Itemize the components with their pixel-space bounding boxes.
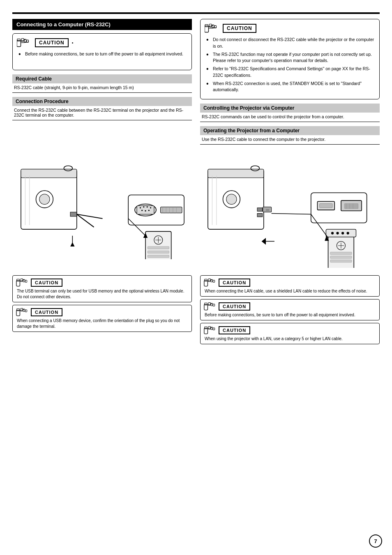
svg-rect-1 <box>17 39 21 41</box>
right-diagram <box>199 152 380 269</box>
bottom-right-caution2-text: Before making connections, be sure to tu… <box>204 312 376 318</box>
bottom-left-caution1-header: CAUTION <box>16 278 188 288</box>
svg-rect-104 <box>205 303 208 305</box>
caution-hand-icon3 <box>204 278 219 288</box>
left-section-text2: Connect the RS-232C cable between the RS… <box>12 107 192 120</box>
svg-rect-110 <box>205 327 208 329</box>
right-main-caution-box: CAUTION • Do not connect or disconnect t… <box>200 19 380 99</box>
top-two-col: Connecting to a Computer (RS-232C) CAUTI… <box>12 19 380 148</box>
svg-point-31 <box>141 210 143 211</box>
right-caution-hand-icon <box>205 23 220 34</box>
svg-point-17 <box>39 194 50 204</box>
svg-rect-92 <box>17 309 20 311</box>
right-section-text2: Use the RS-232C cable to connect the com… <box>200 136 380 145</box>
svg-rect-7 <box>205 25 208 27</box>
bottom-left-caution2-text: When connecting a USB memory device, con… <box>16 318 188 329</box>
bullet-icon: • <box>206 37 211 43</box>
bottom-right-caution3: CAUTION When using the projector with a … <box>200 323 380 344</box>
left-section-header2: Connection Procedure <box>12 97 192 106</box>
left-diagram <box>12 152 193 260</box>
svg-rect-86 <box>17 279 20 281</box>
right-caution-bullet3: Refer to "RS-232C Specifications and Com… <box>213 66 375 79</box>
svg-rect-62 <box>320 203 332 207</box>
svg-rect-64 <box>344 203 358 209</box>
diagram-area <box>12 152 380 269</box>
top-rule <box>12 12 380 14</box>
right-caution-bullet2: The RS-232C function may not operate if … <box>213 51 375 64</box>
right-column: CAUTION • Do not connect or disconnect t… <box>200 19 380 148</box>
page-number: 7 <box>369 534 382 548</box>
svg-rect-100 <box>208 279 210 282</box>
svg-rect-45 <box>148 251 169 253</box>
bottom-right-caution3-text: When using the projector with a LAN, use… <box>204 336 376 342</box>
caution-hand-icon2 <box>16 307 31 317</box>
svg-point-27 <box>140 207 141 208</box>
svg-rect-50 <box>208 169 264 178</box>
right-caution-text: • Do not connect or disconnect the RS-23… <box>205 37 375 93</box>
svg-rect-46 <box>148 255 169 258</box>
left-section-text1: RS-232C cable (straight, 9-pin to 9-pin,… <box>12 84 192 93</box>
right-section-header2: Operating the Projector from a Computer <box>200 126 380 135</box>
bottom-left-caution1: CAUTION The USB terminal can only be use… <box>12 275 192 302</box>
bottom-right-caution2: CAUTION Before making connections, be su… <box>200 299 380 320</box>
bottom-left-caution2-header: CAUTION <box>16 307 188 317</box>
bottom-right-col: CAUTION When connecting the LAN cable, u… <box>200 275 380 347</box>
svg-rect-34 <box>161 207 182 213</box>
bottom-right-caution3-header: CAUTION <box>204 325 376 335</box>
bottom-right-caution3-label: CAUTION <box>219 326 250 334</box>
svg-rect-70 <box>328 236 354 268</box>
left-caution-inline-text: • <box>72 40 74 45</box>
svg-rect-80 <box>330 256 352 258</box>
svg-rect-98 <box>205 279 208 281</box>
left-caution-label: CAUTION <box>35 38 69 47</box>
svg-point-32 <box>145 210 146 212</box>
bottom-right-caution1-header: CAUTION <box>204 278 376 288</box>
right-section-text1: RS-232C commands can be used to control … <box>200 113 380 122</box>
bullet-icon: • <box>18 51 23 58</box>
svg-rect-96 <box>25 310 27 312</box>
bottom-right-caution1: CAUTION When connecting the LAN cable, u… <box>200 275 380 297</box>
caution-hand-icon4 <box>204 302 219 311</box>
left-main-caution-box: CAUTION • • Before making connections, b… <box>12 33 192 70</box>
left-diagram-svg <box>12 152 193 259</box>
svg-point-75 <box>347 232 349 234</box>
left-section-header1: Required Cable <box>12 74 192 83</box>
bottom-cautions-row: CAUTION The USB terminal can only be use… <box>12 275 380 347</box>
svg-line-21 <box>77 214 94 227</box>
page-container: Connecting to a Computer (RS-232C) CAUTI… <box>0 0 392 555</box>
bottom-left-caution2: CAUTION When connecting a USB memory dev… <box>12 305 192 332</box>
bullet-icon: • <box>206 66 211 72</box>
svg-rect-44 <box>148 246 169 249</box>
svg-point-72 <box>331 232 334 234</box>
right-caution-bullet4: When RS-232C connection is used, the STA… <box>213 81 375 94</box>
left-caution-text: • Before making connections, be sure to … <box>17 51 187 58</box>
svg-rect-56 <box>257 208 263 211</box>
svg-rect-26 <box>137 206 154 214</box>
bottom-left-caution1-label: CAUTION <box>31 279 62 287</box>
svg-rect-108 <box>213 304 214 306</box>
svg-rect-81 <box>330 260 352 262</box>
svg-marker-68 <box>262 238 266 245</box>
svg-rect-114 <box>213 328 214 330</box>
svg-rect-57 <box>257 213 263 216</box>
svg-rect-3 <box>21 39 24 42</box>
left-caution-bullet1: Before making connections, be sure to tu… <box>25 51 183 58</box>
svg-rect-90 <box>25 280 27 282</box>
right-section-header1: Controlling the Projector via Computer <box>200 104 380 113</box>
svg-rect-88 <box>21 279 23 282</box>
right-diagram-svg <box>199 152 380 268</box>
svg-point-54 <box>226 194 237 204</box>
bottom-right-caution1-text: When connecting the LAN cable, use a shi… <box>204 288 376 294</box>
svg-point-73 <box>336 232 339 234</box>
svg-rect-94 <box>21 309 23 311</box>
caution-hand-icon5 <box>204 325 219 335</box>
bullet-icon: • <box>206 81 211 87</box>
svg-rect-106 <box>208 303 210 306</box>
bottom-right-caution2-header: CAUTION <box>204 302 376 311</box>
svg-rect-112 <box>208 327 210 329</box>
left-header: Connecting to a Computer (RS-232C) <box>12 19 192 30</box>
svg-line-83 <box>272 213 311 214</box>
left-caution-hand-icon <box>17 37 32 48</box>
svg-rect-102 <box>213 280 214 282</box>
left-caution-header: CAUTION • <box>17 37 187 48</box>
